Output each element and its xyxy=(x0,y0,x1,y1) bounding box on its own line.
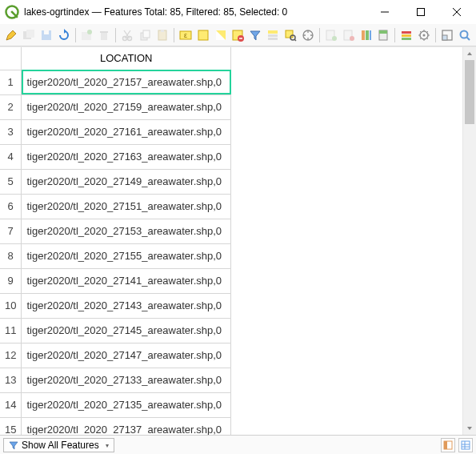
table-row[interactable]: 2tiger2020/tl_2020_27159_areawater.shp,0 xyxy=(0,94,231,119)
location-cell[interactable]: tiger2020/tl_2020_27163_areawater.shp,0 xyxy=(22,144,231,169)
row-number-cell[interactable]: 10 xyxy=(0,293,22,318)
row-number-cell[interactable]: 8 xyxy=(0,243,22,268)
close-button[interactable] xyxy=(438,0,474,24)
location-cell[interactable]: tiger2020/tl_2020_27145_areawater.shp,0 xyxy=(22,318,231,343)
show-features-filter-button[interactable]: Show All Features ▾ xyxy=(3,438,114,452)
minimize-button[interactable] xyxy=(366,0,402,24)
table-row[interactable]: 7tiger2020/tl_2020_27153_areawater.shp,0 xyxy=(0,219,231,243)
row-number-cell[interactable]: 1 xyxy=(0,70,22,94)
maximize-button[interactable] xyxy=(402,0,438,24)
row-number-header[interactable] xyxy=(0,47,22,70)
table-row[interactable]: 4tiger2020/tl_2020_27163_areawater.shp,0 xyxy=(0,144,231,169)
identify-icon[interactable] xyxy=(457,27,473,43)
row-number-cell[interactable]: 12 xyxy=(0,343,22,368)
select-by-expression-icon[interactable]: ε xyxy=(178,27,194,43)
table-row[interactable]: 3tiger2020/tl_2020_27161_areawater.shp,0 xyxy=(0,119,231,144)
location-cell[interactable]: tiger2020/tl_2020_27153_areawater.shp,0 xyxy=(22,219,231,243)
location-cell[interactable]: tiger2020/tl_2020_27149_areawater.shp,0 xyxy=(22,169,231,194)
table-view-icon[interactable] xyxy=(458,438,473,452)
dock-table-icon[interactable] xyxy=(439,27,455,43)
row-number-cell[interactable]: 4 xyxy=(0,144,22,169)
row-number-cell[interactable]: 5 xyxy=(0,169,22,194)
location-cell[interactable]: tiger2020/tl_2020_27159_areawater.shp,0 xyxy=(22,94,231,119)
table-row[interactable]: 10tiger2020/tl_2020_27143_areawater.shp,… xyxy=(0,293,231,318)
table-row[interactable]: 13tiger2020/tl_2020_27133_areawater.shp,… xyxy=(0,368,231,392)
row-number-cell[interactable]: 6 xyxy=(0,194,22,219)
delete-selected-icon[interactable] xyxy=(96,27,112,43)
table-row[interactable]: 11tiger2020/tl_2020_27145_areawater.shp,… xyxy=(0,318,231,343)
svg-rect-33 xyxy=(366,30,369,40)
row-number-cell[interactable]: 13 xyxy=(0,368,22,392)
table-row[interactable]: 14tiger2020/tl_2020_27135_areawater.shp,… xyxy=(0,392,231,417)
location-cell[interactable]: tiger2020/tl_2020_27161_areawater.shp,0 xyxy=(22,119,231,144)
toolbar-separator xyxy=(75,28,76,42)
table-row[interactable]: 8tiger2020/tl_2020_27155_areawater.shp,0 xyxy=(0,243,231,268)
svg-point-31 xyxy=(350,36,354,41)
form-view-icon[interactable] xyxy=(441,438,455,452)
reload-table-icon[interactable] xyxy=(56,27,72,43)
save-edits-icon[interactable] xyxy=(38,27,54,43)
conditional-formatting-icon[interactable] xyxy=(398,27,414,43)
table-content: LOCATION 1tiger2020/tl_2020_27157_areawa… xyxy=(0,46,476,435)
table-row[interactable]: 15tiger2020/tl_2020_27137_areawater.shp,… xyxy=(0,417,231,435)
row-number-cell[interactable]: 14 xyxy=(0,392,22,417)
row-number-cell[interactable]: 2 xyxy=(0,94,22,119)
table-row[interactable]: 5tiger2020/tl_2020_27149_areawater.shp,0 xyxy=(0,169,231,194)
column-header-location[interactable]: LOCATION xyxy=(22,47,231,70)
svg-point-41 xyxy=(423,34,426,36)
table-row[interactable]: 9tiger2020/tl_2020_27141_areawater.shp,0 xyxy=(0,268,231,293)
row-number-cell[interactable]: 15 xyxy=(0,417,22,435)
location-cell[interactable]: tiger2020/tl_2020_27133_areawater.shp,0 xyxy=(22,368,231,392)
row-number-cell[interactable]: 3 xyxy=(0,119,22,144)
invert-selection-icon[interactable] xyxy=(213,27,229,43)
pan-to-selected-icon[interactable] xyxy=(300,27,316,43)
delete-field-icon[interactable] xyxy=(341,27,357,43)
toolbar-separator xyxy=(115,28,116,42)
select-all-icon[interactable] xyxy=(195,27,211,43)
row-number-cell[interactable]: 7 xyxy=(0,219,22,243)
svg-rect-9 xyxy=(100,31,108,33)
table-row[interactable]: 1tiger2020/tl_2020_27157_areawater.shp,0 xyxy=(0,70,231,94)
svg-rect-23 xyxy=(268,34,278,37)
paste-icon[interactable] xyxy=(154,27,170,43)
location-cell[interactable]: tiger2020/tl_2020_27157_areawater.shp,0 xyxy=(22,70,231,94)
table-row[interactable]: 6tiger2020/tl_2020_27151_areawater.shp,0 xyxy=(0,194,231,219)
scroll-down-arrow-icon[interactable] xyxy=(463,422,476,435)
location-cell[interactable]: tiger2020/tl_2020_27135_areawater.shp,0 xyxy=(22,392,231,417)
filter-selected-icon[interactable] xyxy=(247,27,263,43)
actions-icon[interactable] xyxy=(416,27,432,43)
copy-icon[interactable] xyxy=(137,27,153,43)
svg-rect-43 xyxy=(442,35,447,40)
toggle-multiedit-icon[interactable] xyxy=(21,27,37,43)
location-cell[interactable]: tiger2020/tl_2020_27151_areawater.shp,0 xyxy=(22,194,231,219)
organize-columns-icon[interactable] xyxy=(358,27,374,43)
svg-rect-34 xyxy=(370,30,371,40)
row-number-cell[interactable]: 9 xyxy=(0,268,22,293)
svg-rect-18 xyxy=(198,30,208,40)
attribute-table[interactable]: LOCATION 1tiger2020/tl_2020_27157_areawa… xyxy=(0,47,231,435)
funnel-icon xyxy=(9,440,18,450)
location-cell[interactable]: tiger2020/tl_2020_27143_areawater.shp,0 xyxy=(22,293,231,318)
field-calculator-icon[interactable] xyxy=(376,27,392,43)
location-cell[interactable]: tiger2020/tl_2020_27137_areawater.shp,0 xyxy=(22,417,231,435)
add-feature-icon[interactable] xyxy=(79,27,95,43)
scroll-up-arrow-icon[interactable] xyxy=(463,47,476,60)
location-cell[interactable]: tiger2020/tl_2020_27155_areawater.shp,0 xyxy=(22,243,231,268)
grid: LOCATION 1tiger2020/tl_2020_27157_areawa… xyxy=(0,47,231,435)
vertical-scrollbar[interactable] xyxy=(462,47,476,435)
location-cell[interactable]: tiger2020/tl_2020_27147_areawater.shp,0 xyxy=(22,343,231,368)
zoom-to-selected-icon[interactable] xyxy=(282,27,298,43)
svg-rect-39 xyxy=(402,38,411,40)
window-controls xyxy=(366,0,474,24)
toggle-editing-icon[interactable] xyxy=(3,27,19,43)
cut-icon[interactable] xyxy=(119,27,135,43)
svg-rect-38 xyxy=(402,34,411,37)
deselect-all-icon[interactable] xyxy=(230,27,246,43)
row-number-cell[interactable]: 11 xyxy=(0,318,22,343)
location-cell[interactable]: tiger2020/tl_2020_27141_areawater.shp,0 xyxy=(22,268,231,293)
table-row[interactable]: 12tiger2020/tl_2020_27147_areawater.shp,… xyxy=(0,343,231,368)
grid-empty-space xyxy=(231,47,462,435)
new-field-icon[interactable] xyxy=(323,27,339,43)
move-selection-to-top-icon[interactable] xyxy=(265,27,281,43)
scroll-thumb[interactable] xyxy=(465,60,474,124)
